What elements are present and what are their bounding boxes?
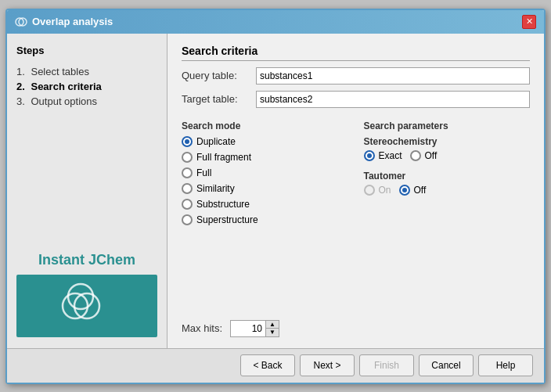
stereochemistry-section: Stereochemistry Exact Off: [364, 136, 531, 161]
query-table-input[interactable]: [256, 67, 530, 85]
stereo-exact[interactable]: Exact: [364, 150, 402, 161]
overlap-analysis-dialog: Overlap analysis ✕ Steps 1. Select table…: [5, 9, 546, 384]
stereochemistry-group: Exact Off: [364, 150, 531, 161]
next-button[interactable]: Next >: [300, 354, 355, 376]
main-content: Search criteria Query table: Target tabl…: [167, 34, 544, 348]
spinner-buttons: ▲ ▼: [265, 320, 279, 337]
svg-point-4: [68, 284, 93, 309]
radio-duplicate: [182, 136, 193, 147]
max-hits-row: Max hits: ▲ ▼: [182, 320, 530, 337]
target-table-label: Target table:: [182, 93, 256, 105]
brand-name: Instant JChem: [38, 252, 135, 268]
brand-icon-box: [16, 275, 157, 337]
max-hits-input[interactable]: [230, 320, 265, 337]
dialog-body: Steps 1. Select tables 2. Search criteri…: [7, 34, 544, 348]
target-table-row: Target table:: [182, 91, 530, 108]
search-mode-group: Duplicate Full fragment Full Simila: [182, 136, 348, 225]
radio-tautomer-off: [399, 185, 410, 196]
step-1: 1. Select tables: [16, 64, 157, 79]
query-table-row: Query table:: [182, 67, 530, 85]
search-mode-duplicate[interactable]: Duplicate: [182, 136, 348, 147]
target-table-input[interactable]: [256, 91, 530, 108]
search-mode-full[interactable]: Full: [182, 167, 348, 178]
spinner-down-button[interactable]: ▼: [266, 329, 279, 336]
section-title: Search criteria: [182, 45, 530, 61]
title-bar: Overlap analysis ✕: [7, 10, 544, 34]
max-hits-label: Max hits:: [182, 322, 222, 334]
sidebar-branding: Instant JChem: [16, 252, 157, 337]
radio-superstructure: [182, 214, 193, 225]
cancel-button[interactable]: Cancel: [419, 354, 474, 376]
dialog-title: Overlap analysis: [32, 16, 113, 27]
search-mode-substructure[interactable]: Substructure: [182, 199, 348, 210]
close-button[interactable]: ✕: [522, 15, 536, 29]
stereochemistry-title: Stereochemistry: [364, 136, 531, 147]
query-table-label: Query table:: [182, 70, 256, 81]
search-mode-title: Search mode: [182, 120, 348, 131]
steps-list: 1. Select tables 2. Search criteria 3. O…: [16, 64, 157, 109]
radio-similarity: [182, 183, 193, 194]
help-button[interactable]: Help: [478, 354, 533, 376]
search-params-box: Search parameters Stereochemistry Exact …: [364, 120, 531, 312]
search-mode-similarity[interactable]: Similarity: [182, 183, 348, 194]
sidebar: Steps 1. Select tables 2. Search criteri…: [7, 34, 167, 348]
tautomer-on[interactable]: On: [364, 185, 391, 196]
back-button[interactable]: < Back: [240, 354, 295, 376]
radio-full-fragment: [182, 152, 193, 163]
search-mode-box: Search mode Duplicate Full fragment F: [182, 120, 348, 312]
tautomer-title: Tautomer: [364, 171, 531, 182]
radio-stereo-exact: [364, 150, 375, 161]
search-mode-full-fragment[interactable]: Full fragment: [182, 152, 348, 163]
step-3: 3. Output options: [16, 94, 157, 109]
jchem-logo-icon: [59, 282, 114, 329]
sidebar-title: Steps: [16, 45, 157, 56]
overlap-analysis-icon: [15, 16, 27, 28]
search-mode-superstructure[interactable]: Superstructure: [182, 214, 348, 225]
stereo-off[interactable]: Off: [410, 150, 438, 161]
radio-stereo-off: [410, 150, 421, 161]
tautomer-group: On Off: [364, 185, 531, 196]
tautomer-section: Tautomer On Off: [364, 171, 531, 196]
dialog-footer: < Back Next > Finish Cancel Help: [7, 348, 544, 383]
spinner-up-button[interactable]: ▲: [266, 321, 279, 329]
title-bar-left: Overlap analysis: [15, 16, 113, 28]
radio-substructure: [182, 199, 193, 210]
search-params-title: Search parameters: [364, 120, 531, 131]
max-hits-spinner: ▲ ▼: [230, 320, 279, 337]
step-2: 2. Search criteria: [16, 79, 157, 94]
finish-button[interactable]: Finish: [359, 354, 414, 376]
two-col-section: Search mode Duplicate Full fragment F: [182, 120, 530, 312]
radio-tautomer-on: [364, 185, 375, 196]
radio-full: [182, 167, 193, 178]
tautomer-off[interactable]: Off: [399, 185, 427, 196]
